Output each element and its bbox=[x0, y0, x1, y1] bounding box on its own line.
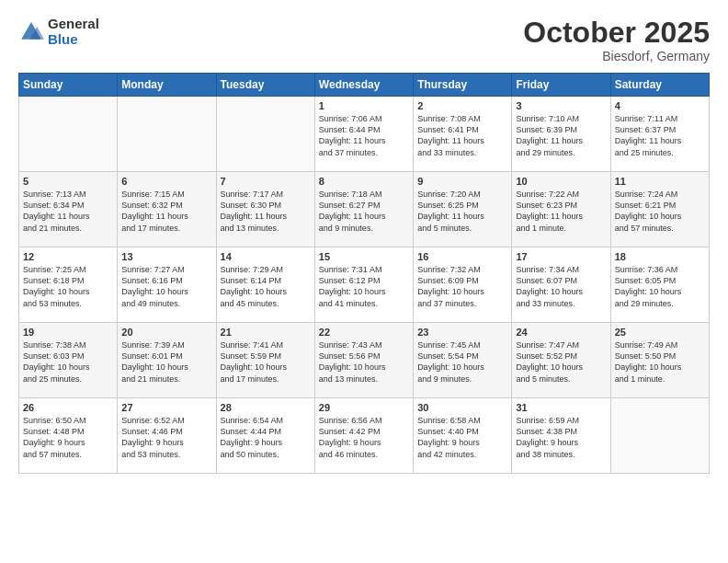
calendar-cell: 28Sunrise: 6:54 AMSunset: 4:44 PMDayligh… bbox=[216, 398, 314, 474]
calendar-cell: 6Sunrise: 7:15 AMSunset: 6:32 PMDaylight… bbox=[118, 172, 216, 247]
header-friday: Friday bbox=[512, 74, 610, 97]
calendar-cell: 21Sunrise: 7:41 AMSunset: 5:59 PMDayligh… bbox=[216, 323, 314, 398]
day-number: 6 bbox=[121, 176, 211, 187]
day-info: Sunrise: 7:24 AMSunset: 6:21 PMDaylight:… bbox=[615, 189, 705, 234]
day-info: Sunrise: 7:11 AMSunset: 6:37 PMDaylight:… bbox=[615, 113, 705, 158]
calendar-cell: 3Sunrise: 7:10 AMSunset: 6:39 PMDaylight… bbox=[512, 97, 610, 172]
header: General Blue October 2025 Biesdorf, Germ… bbox=[18, 17, 710, 63]
calendar-cell: 18Sunrise: 7:36 AMSunset: 6:05 PMDayligh… bbox=[610, 247, 709, 323]
calendar-week-1: 1Sunrise: 7:06 AMSunset: 6:44 PMDaylight… bbox=[19, 97, 710, 172]
day-number: 1 bbox=[319, 100, 409, 111]
day-info: Sunrise: 7:45 AMSunset: 5:54 PMDaylight:… bbox=[417, 339, 507, 385]
header-saturday: Saturday bbox=[610, 74, 709, 97]
day-number: 25 bbox=[615, 327, 705, 338]
logo: General Blue bbox=[18, 17, 99, 47]
day-info: Sunrise: 7:47 AMSunset: 5:52 PMDaylight:… bbox=[516, 339, 606, 385]
day-number: 26 bbox=[23, 402, 113, 413]
day-info: Sunrise: 6:52 AMSunset: 4:46 PMDaylight:… bbox=[121, 415, 211, 460]
day-number: 17 bbox=[516, 251, 606, 262]
logo-general: General bbox=[48, 17, 99, 32]
header-sunday: Sunday bbox=[19, 74, 118, 97]
day-info: Sunrise: 6:50 AMSunset: 4:48 PMDaylight:… bbox=[23, 415, 113, 460]
day-number: 8 bbox=[319, 176, 409, 187]
calendar-cell: 13Sunrise: 7:27 AMSunset: 6:16 PMDayligh… bbox=[118, 247, 216, 323]
calendar-cell: 19Sunrise: 7:38 AMSunset: 6:03 PMDayligh… bbox=[19, 323, 118, 398]
calendar-cell: 22Sunrise: 7:43 AMSunset: 5:56 PMDayligh… bbox=[314, 323, 413, 398]
day-info: Sunrise: 7:38 AMSunset: 6:03 PMDaylight:… bbox=[23, 339, 113, 385]
day-number: 18 bbox=[615, 251, 705, 262]
day-info: Sunrise: 7:20 AMSunset: 6:25 PMDaylight:… bbox=[417, 189, 507, 234]
day-number: 31 bbox=[516, 402, 606, 413]
day-number: 10 bbox=[516, 176, 606, 187]
calendar-week-5: 26Sunrise: 6:50 AMSunset: 4:48 PMDayligh… bbox=[19, 398, 710, 474]
day-number: 22 bbox=[319, 327, 409, 338]
day-number: 20 bbox=[121, 327, 211, 338]
day-number: 24 bbox=[516, 327, 606, 338]
calendar-cell: 23Sunrise: 7:45 AMSunset: 5:54 PMDayligh… bbox=[414, 323, 512, 398]
calendar-cell: 26Sunrise: 6:50 AMSunset: 4:48 PMDayligh… bbox=[19, 398, 118, 474]
calendar-cell bbox=[118, 97, 216, 172]
logo-text: General Blue bbox=[48, 17, 99, 47]
calendar-cell: 1Sunrise: 7:06 AMSunset: 6:44 PMDaylight… bbox=[314, 97, 413, 172]
day-info: Sunrise: 6:59 AMSunset: 4:38 PMDaylight:… bbox=[516, 415, 606, 460]
day-info: Sunrise: 7:49 AMSunset: 5:50 PMDaylight:… bbox=[615, 339, 705, 385]
day-info: Sunrise: 7:13 AMSunset: 6:34 PMDaylight:… bbox=[23, 189, 113, 234]
calendar-week-4: 19Sunrise: 7:38 AMSunset: 6:03 PMDayligh… bbox=[19, 323, 710, 398]
day-info: Sunrise: 7:32 AMSunset: 6:09 PMDaylight:… bbox=[417, 264, 507, 309]
calendar-cell: 29Sunrise: 6:56 AMSunset: 4:42 PMDayligh… bbox=[314, 398, 413, 474]
calendar-cell: 25Sunrise: 7:49 AMSunset: 5:50 PMDayligh… bbox=[610, 323, 709, 398]
calendar-cell: 4Sunrise: 7:11 AMSunset: 6:37 PMDaylight… bbox=[610, 97, 709, 172]
calendar-table: Sunday Monday Tuesday Wednesday Thursday… bbox=[18, 73, 710, 474]
day-info: Sunrise: 7:27 AMSunset: 6:16 PMDaylight:… bbox=[121, 264, 211, 309]
day-info: Sunrise: 7:36 AMSunset: 6:05 PMDaylight:… bbox=[615, 264, 705, 309]
day-number: 28 bbox=[221, 402, 311, 413]
day-number: 9 bbox=[417, 176, 507, 187]
title-block: October 2025 Biesdorf, Germany bbox=[523, 17, 710, 63]
day-info: Sunrise: 6:58 AMSunset: 4:40 PMDaylight:… bbox=[417, 415, 507, 460]
day-number: 12 bbox=[23, 251, 113, 262]
calendar-cell: 7Sunrise: 7:17 AMSunset: 6:30 PMDaylight… bbox=[216, 172, 314, 247]
day-number: 2 bbox=[417, 100, 507, 111]
day-number: 27 bbox=[121, 402, 211, 413]
logo-blue: Blue bbox=[48, 32, 99, 48]
day-info: Sunrise: 7:18 AMSunset: 6:27 PMDaylight:… bbox=[319, 189, 409, 234]
day-info: Sunrise: 7:22 AMSunset: 6:23 PMDaylight:… bbox=[516, 189, 606, 234]
calendar-cell: 8Sunrise: 7:18 AMSunset: 6:27 PMDaylight… bbox=[314, 172, 413, 247]
day-number: 29 bbox=[319, 402, 409, 413]
calendar-cell: 2Sunrise: 7:08 AMSunset: 6:41 PMDaylight… bbox=[414, 97, 512, 172]
day-info: Sunrise: 7:43 AMSunset: 5:56 PMDaylight:… bbox=[319, 339, 409, 385]
calendar-cell: 11Sunrise: 7:24 AMSunset: 6:21 PMDayligh… bbox=[610, 172, 709, 247]
day-info: Sunrise: 7:41 AMSunset: 5:59 PMDaylight:… bbox=[221, 339, 311, 385]
day-info: Sunrise: 6:54 AMSunset: 4:44 PMDaylight:… bbox=[221, 415, 311, 460]
calendar-cell: 17Sunrise: 7:34 AMSunset: 6:07 PMDayligh… bbox=[512, 247, 610, 323]
day-info: Sunrise: 7:39 AMSunset: 6:01 PMDaylight:… bbox=[121, 339, 211, 385]
calendar-header-row: Sunday Monday Tuesday Wednesday Thursday… bbox=[19, 74, 710, 97]
calendar-cell: 24Sunrise: 7:47 AMSunset: 5:52 PMDayligh… bbox=[512, 323, 610, 398]
day-number: 23 bbox=[417, 327, 507, 338]
day-info: Sunrise: 7:34 AMSunset: 6:07 PMDaylight:… bbox=[516, 264, 606, 309]
day-number: 30 bbox=[417, 402, 507, 413]
day-info: Sunrise: 7:15 AMSunset: 6:32 PMDaylight:… bbox=[121, 189, 211, 234]
header-wednesday: Wednesday bbox=[314, 74, 413, 97]
day-number: 13 bbox=[121, 251, 211, 262]
day-number: 7 bbox=[221, 176, 311, 187]
calendar-cell: 27Sunrise: 6:52 AMSunset: 4:46 PMDayligh… bbox=[118, 398, 216, 474]
day-number: 3 bbox=[516, 100, 606, 111]
day-info: Sunrise: 7:25 AMSunset: 6:18 PMDaylight:… bbox=[23, 264, 113, 309]
calendar-cell: 14Sunrise: 7:29 AMSunset: 6:14 PMDayligh… bbox=[216, 247, 314, 323]
calendar-cell bbox=[216, 97, 314, 172]
day-number: 16 bbox=[417, 251, 507, 262]
day-number: 5 bbox=[23, 176, 113, 187]
calendar-cell: 12Sunrise: 7:25 AMSunset: 6:18 PMDayligh… bbox=[19, 247, 118, 323]
calendar-week-2: 5Sunrise: 7:13 AMSunset: 6:34 PMDaylight… bbox=[19, 172, 710, 247]
calendar-cell bbox=[19, 97, 118, 172]
day-number: 19 bbox=[23, 327, 113, 338]
calendar-cell: 15Sunrise: 7:31 AMSunset: 6:12 PMDayligh… bbox=[314, 247, 413, 323]
calendar-cell: 20Sunrise: 7:39 AMSunset: 6:01 PMDayligh… bbox=[118, 323, 216, 398]
calendar-cell: 30Sunrise: 6:58 AMSunset: 4:40 PMDayligh… bbox=[414, 398, 512, 474]
day-number: 21 bbox=[221, 327, 311, 338]
day-info: Sunrise: 7:08 AMSunset: 6:41 PMDaylight:… bbox=[417, 113, 507, 158]
day-info: Sunrise: 6:56 AMSunset: 4:42 PMDaylight:… bbox=[319, 415, 409, 460]
day-info: Sunrise: 7:10 AMSunset: 6:39 PMDaylight:… bbox=[516, 113, 606, 158]
header-thursday: Thursday bbox=[414, 74, 512, 97]
